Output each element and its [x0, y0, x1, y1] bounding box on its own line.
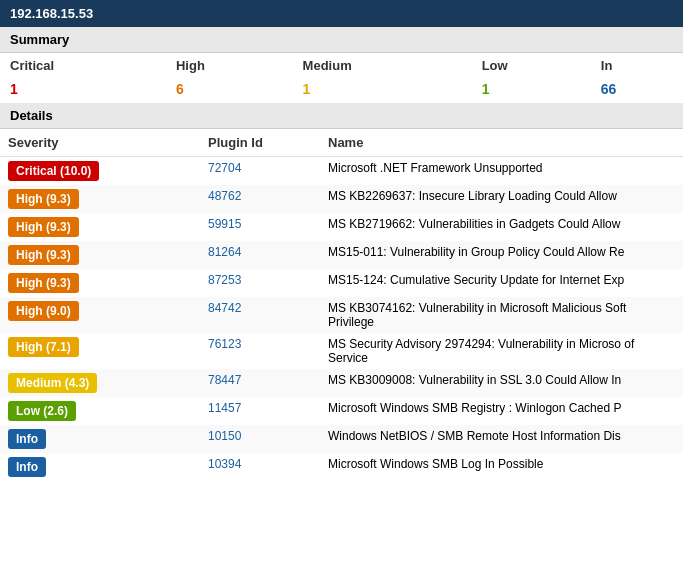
table-row: Info10394Microsoft Windows SMB Log In Po…: [0, 453, 683, 481]
severity-badge: High (9.3): [8, 217, 79, 237]
medium-value: 1: [293, 78, 472, 103]
high-value: 6: [166, 78, 293, 103]
severity-badge: Low (2.6): [8, 401, 76, 421]
plugin-id-link[interactable]: 81264: [208, 245, 241, 259]
plugin-id-cell[interactable]: 10150: [200, 425, 320, 453]
vuln-name-cell: MS Security Advisory 2974294: Vulnerabil…: [320, 333, 683, 369]
table-row: High (9.3)87253MS15-124: Cumulative Secu…: [0, 269, 683, 297]
vuln-name-cell: MS15-011: Vulnerability in Group Policy …: [320, 241, 683, 269]
severity-badge: High (9.3): [8, 189, 79, 209]
severity-cell: High (7.1): [0, 333, 200, 369]
host-ip: 192.168.15.53: [10, 6, 93, 21]
severity-cell: Critical (10.0): [0, 157, 200, 186]
vuln-name-cell: MS KB3074162: Vulnerability in Microsoft…: [320, 297, 683, 333]
table-row: High (7.1)76123MS Security Advisory 2974…: [0, 333, 683, 369]
summary-col-critical: Critical: [0, 53, 166, 78]
vuln-name-cell: MS15-124: Cumulative Security Update for…: [320, 269, 683, 297]
severity-badge: Info: [8, 457, 46, 477]
plugin-id-cell[interactable]: 84742: [200, 297, 320, 333]
table-row: High (9.0)84742MS KB3074162: Vulnerabili…: [0, 297, 683, 333]
severity-cell: Info: [0, 425, 200, 453]
plugin-id-link[interactable]: 72704: [208, 161, 241, 175]
info-value: 66: [591, 78, 683, 103]
table-row: Info10150Windows NetBIOS / SMB Remote Ho…: [0, 425, 683, 453]
table-row: Low (2.6)11457Microsoft Windows SMB Regi…: [0, 397, 683, 425]
plugin-id-link[interactable]: 76123: [208, 337, 241, 351]
details-table: Severity Plugin Id Name Critical (10.0)7…: [0, 129, 683, 481]
plugin-id-cell[interactable]: 72704: [200, 157, 320, 186]
severity-badge: High (9.3): [8, 273, 79, 293]
severity-cell: High (9.3): [0, 241, 200, 269]
col-plugin-id: Plugin Id: [200, 129, 320, 157]
plugin-id-cell[interactable]: 11457: [200, 397, 320, 425]
critical-value: 1: [0, 78, 166, 103]
summary-col-medium: Medium: [293, 53, 472, 78]
summary-col-info: In: [591, 53, 683, 78]
vuln-name-cell: Microsoft Windows SMB Registry : Winlogo…: [320, 397, 683, 425]
summary-label: Summary: [10, 32, 69, 47]
vuln-name-cell: Microsoft .NET Framework Unsupported: [320, 157, 683, 186]
plugin-id-cell[interactable]: 48762: [200, 185, 320, 213]
plugin-id-cell[interactable]: 10394: [200, 453, 320, 481]
severity-cell: High (9.3): [0, 269, 200, 297]
severity-badge: High (9.3): [8, 245, 79, 265]
severity-cell: Info: [0, 453, 200, 481]
severity-badge: Critical (10.0): [8, 161, 99, 181]
severity-cell: High (9.3): [0, 185, 200, 213]
severity-cell: Medium (4.3): [0, 369, 200, 397]
summary-table: Critical High Medium Low In 1 6 1 1 66: [0, 53, 683, 103]
vuln-name-cell: MS KB2269637: Insecure Library Loading C…: [320, 185, 683, 213]
plugin-id-link[interactable]: 84742: [208, 301, 241, 315]
plugin-id-cell[interactable]: 81264: [200, 241, 320, 269]
plugin-id-link[interactable]: 10394: [208, 457, 241, 471]
plugin-id-link[interactable]: 78447: [208, 373, 241, 387]
vuln-name-cell: MS KB2719662: Vulnerabilities in Gadgets…: [320, 213, 683, 241]
vuln-name-cell: MS KB3009008: Vulnerability in SSL 3.0 C…: [320, 369, 683, 397]
details-section-header: Details: [0, 103, 683, 129]
vuln-name-cell: Windows NetBIOS / SMB Remote Host Inform…: [320, 425, 683, 453]
plugin-id-cell[interactable]: 78447: [200, 369, 320, 397]
summary-col-high: High: [166, 53, 293, 78]
severity-badge: Medium (4.3): [8, 373, 97, 393]
plugin-id-link[interactable]: 87253: [208, 273, 241, 287]
severity-badge: High (9.0): [8, 301, 79, 321]
table-row: High (9.3)48762MS KB2269637: Insecure Li…: [0, 185, 683, 213]
table-row: High (9.3)59915MS KB2719662: Vulnerabili…: [0, 213, 683, 241]
severity-cell: Low (2.6): [0, 397, 200, 425]
low-value: 1: [472, 78, 591, 103]
plugin-id-cell[interactable]: 87253: [200, 269, 320, 297]
col-severity: Severity: [0, 129, 200, 157]
plugin-id-link[interactable]: 10150: [208, 429, 241, 443]
summary-section-header: Summary: [0, 27, 683, 53]
table-row: High (9.3)81264MS15-011: Vulnerability i…: [0, 241, 683, 269]
plugin-id-link[interactable]: 11457: [208, 401, 241, 415]
details-label: Details: [10, 108, 53, 123]
summary-col-low: Low: [472, 53, 591, 78]
col-name: Name: [320, 129, 683, 157]
plugin-id-cell[interactable]: 76123: [200, 333, 320, 369]
plugin-id-link[interactable]: 59915: [208, 217, 241, 231]
severity-badge: Info: [8, 429, 46, 449]
vuln-name-cell: Microsoft Windows SMB Log In Possible: [320, 453, 683, 481]
plugin-id-link[interactable]: 48762: [208, 189, 241, 203]
host-header: 192.168.15.53: [0, 0, 683, 27]
table-row: Critical (10.0)72704Microsoft .NET Frame…: [0, 157, 683, 186]
severity-cell: High (9.3): [0, 213, 200, 241]
severity-cell: High (9.0): [0, 297, 200, 333]
plugin-id-cell[interactable]: 59915: [200, 213, 320, 241]
table-row: Medium (4.3)78447MS KB3009008: Vulnerabi…: [0, 369, 683, 397]
severity-badge: High (7.1): [8, 337, 79, 357]
